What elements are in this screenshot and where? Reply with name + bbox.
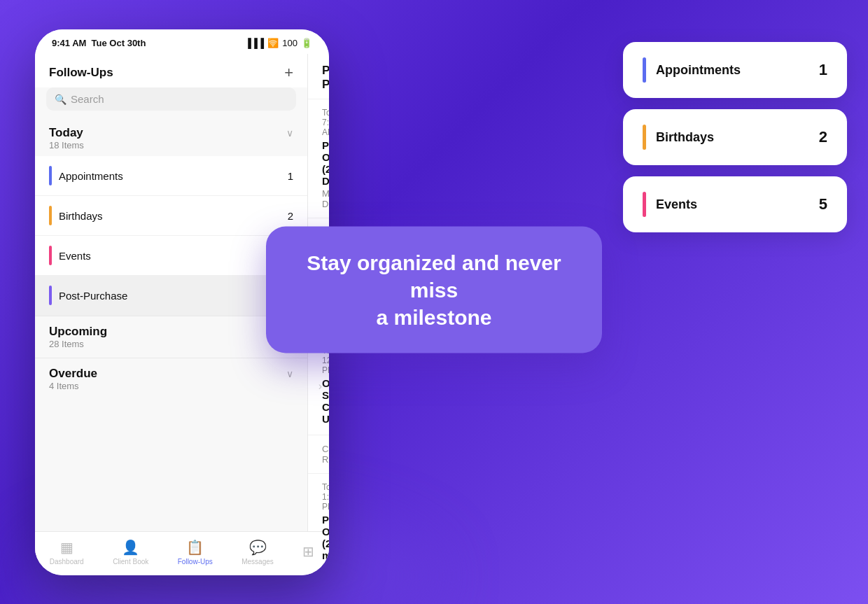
float-card-birthdays: Birthdays 2 <box>623 109 847 165</box>
appointments-label: Appointments <box>59 170 281 182</box>
signal-icon: ▐▐▐ <box>245 38 265 48</box>
tab-dashboard[interactable]: ▦ Dashboard <box>50 539 84 566</box>
event-item[interactable]: Today, 7:00 AM Post Order (2 Days) Mira … <box>308 99 329 218</box>
today-label: Today <box>49 126 84 140</box>
today-section-header: Today 18 Items ∨ <box>35 119 307 156</box>
messages-icon: 💬 <box>249 539 267 556</box>
birthdays-float-dot <box>643 125 646 150</box>
float-card-events: Events 5 <box>623 176 847 232</box>
client-book-icon: 👤 <box>122 539 139 556</box>
search-bar[interactable]: 🔍 Search <box>46 87 296 111</box>
appointments-float-label: Appointments <box>656 63 809 78</box>
battery-indicator: 100 <box>282 38 298 48</box>
search-placeholder: Search <box>71 93 104 105</box>
event-item[interactable]: Chance Rosser <box>308 435 329 474</box>
tooltip-text: Stay organized and never miss a mileston… <box>297 249 571 331</box>
floating-cards: Appointments 1 Birthdays 2 Events 5 <box>623 42 847 232</box>
tab-client-book[interactable]: 👤 Client Book <box>113 539 148 566</box>
category-birthdays[interactable]: Birthdays 2 <box>35 196 307 236</box>
overdue-label: Overdue <box>49 367 97 381</box>
status-icons: ▐▐▐ 🛜 100 🔋 <box>245 38 312 48</box>
tooltip-overlay: Stay organized and never miss a mileston… <box>266 227 602 353</box>
birthdays-float-label: Birthdays <box>656 130 809 145</box>
overdue-count: 4 Items <box>49 381 97 391</box>
status-time: 9:41 AM Tue Oct 30th <box>52 38 146 48</box>
post-purchase-label: Post-Purchase <box>59 290 286 302</box>
sidebar-header: Follow-Ups + <box>35 54 307 87</box>
follow-ups-label: Follow-Ups <box>178 558 213 566</box>
event-item[interactable]: Today, 1:00 PM Post Order (2 months) Tal… <box>308 474 329 563</box>
overdue-section[interactable]: Overdue 4 Items ∨ <box>35 358 307 400</box>
birthdays-badge: 2 <box>288 210 293 222</box>
events-float-label: Events <box>656 197 809 212</box>
events-color-dot <box>49 246 52 265</box>
status-bar: 9:41 AM Tue Oct 30th ▐▐▐ 🛜 100 🔋 <box>35 29 329 54</box>
add-button[interactable]: + <box>284 65 293 80</box>
float-card-appointments: Appointments 1 <box>623 42 847 98</box>
messages-label: Messages <box>241 558 274 566</box>
today-count: 18 Items <box>49 140 84 150</box>
overdue-chevron-icon[interactable]: ∨ <box>286 368 293 379</box>
tab-follow-ups[interactable]: 📋 Follow-Ups <box>178 539 213 566</box>
appointments-float-dot <box>643 57 646 83</box>
upcoming-count: 28 Items <box>49 339 107 349</box>
sidebar-title: Follow-Ups <box>49 66 113 80</box>
birthdays-float-count: 2 <box>819 128 827 146</box>
dashboard-icon: ▦ <box>60 539 74 556</box>
wifi-icon: 🛜 <box>267 38 279 48</box>
search-icon: 🔍 <box>55 94 66 105</box>
today-chevron-icon[interactable]: ∨ <box>286 127 293 139</box>
battery-icon: 🔋 <box>301 38 312 48</box>
category-appointments[interactable]: Appointments 1 <box>35 156 307 196</box>
post-purchase-color-dot <box>49 286 52 305</box>
dashboard-label: Dashboard <box>50 558 84 566</box>
birthdays-color-dot <box>49 206 52 225</box>
upcoming-label: Upcoming <box>49 325 107 339</box>
events-float-dot <box>643 192 646 217</box>
appointments-badge: 1 <box>288 170 293 182</box>
tab-messages[interactable]: 💬 Messages <box>241 539 274 566</box>
tab-bar: ▦ Dashboard 👤 Client Book 📋 Follow-Ups 💬… <box>35 531 329 575</box>
panel-title: Post-Purchase <box>308 54 329 99</box>
appointments-color-dot <box>49 166 52 185</box>
events-float-count: 5 <box>819 195 827 213</box>
appointments-float-count: 1 <box>819 61 827 79</box>
birthdays-label: Birthdays <box>59 210 281 222</box>
events-label: Events <box>59 250 286 262</box>
event-chevron-icon: › <box>318 380 322 393</box>
client-book-label: Client Book <box>113 558 148 566</box>
follow-ups-icon: 📋 <box>186 539 204 556</box>
